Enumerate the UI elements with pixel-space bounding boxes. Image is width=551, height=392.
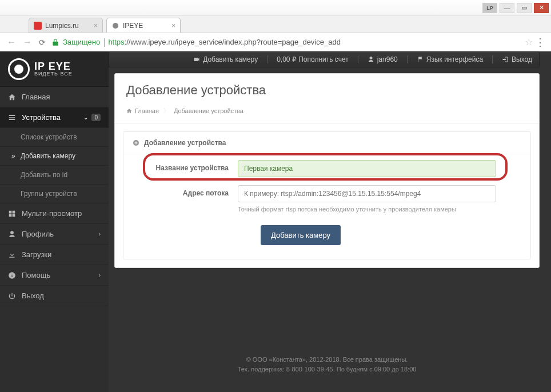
close-icon[interactable]: × xyxy=(90,22,98,30)
sidebar-item-multiview[interactable]: Мульти-просмотр xyxy=(0,203,109,224)
plus-circle-icon xyxy=(133,139,139,146)
chevron-right-icon: › xyxy=(99,272,101,278)
add-camera-button[interactable]: Добавить камеру xyxy=(261,225,341,245)
sidebar-sub-add-by-id[interactable]: Добавить по id xyxy=(0,166,109,185)
minimize-button[interactable]: — xyxy=(500,3,514,13)
sidebar-item-label: Загрузки xyxy=(22,250,51,259)
favicon-lumpics xyxy=(34,22,42,30)
browser-menu-icon[interactable]: ⋮ xyxy=(535,36,545,49)
logo-mark xyxy=(8,58,30,80)
devices-count-badge: 0 xyxy=(91,114,101,121)
form-row-device-name: Название устройства xyxy=(123,154,530,179)
grid-icon xyxy=(8,210,16,218)
svg-point-0 xyxy=(113,23,118,29)
sidebar-item-logout[interactable]: Выход xyxy=(0,286,109,306)
breadcrumb-current: Добавление устройства xyxy=(174,107,243,114)
sidebar-sub-device-list[interactable]: Список устройств xyxy=(0,128,109,147)
device-name-input[interactable] xyxy=(238,160,496,177)
browser-tabs: Lumpics.ru × IPEYE × xyxy=(0,16,551,33)
home-icon xyxy=(8,93,16,101)
info-icon xyxy=(8,271,16,279)
address-bar: ← → ⟳ Защищено | https://www.ipeye.ru/ip… xyxy=(0,33,551,51)
logo[interactable]: IP EYE ВИДЕТЬ ВСЕ xyxy=(0,51,109,87)
sidebar-item-home[interactable]: Главная xyxy=(0,87,109,107)
stream-address-input[interactable] xyxy=(238,185,496,202)
favicon-ipeye xyxy=(111,22,119,30)
maximize-button[interactable]: ▭ xyxy=(517,3,532,13)
content-panel: Добавление устройства Главная 〉 Добавлен… xyxy=(114,73,540,268)
sidebar-item-label: Профиль xyxy=(22,230,54,238)
bookmark-icon[interactable]: ☆ xyxy=(525,37,533,47)
tab-title: IPEYE xyxy=(123,22,143,30)
user-icon xyxy=(8,230,16,238)
chevron-right-icon: 〉 xyxy=(163,107,169,115)
form-panel: Добавление устройства Название устройств… xyxy=(123,131,531,259)
tab-ipeye[interactable]: IPEYE × xyxy=(106,18,181,33)
window-titlebar: LP — ▭ ✕ xyxy=(0,0,551,16)
page-title: Добавление устройства xyxy=(126,83,528,98)
main-content: Добавление устройства Главная 〉 Добавлен… xyxy=(109,51,551,392)
header-user[interactable]: jan960 xyxy=(368,55,398,63)
breadcrumb: Главная 〉 Добавление устройства xyxy=(115,102,539,123)
footer-copyright: © ООО «Константа», 2012-2018. Все права … xyxy=(114,355,540,365)
back-button[interactable]: ← xyxy=(7,37,16,47)
lock-icon xyxy=(51,38,59,46)
sidebar-sub-add-camera[interactable]: Добавить камеру xyxy=(0,147,109,166)
header-add-camera[interactable]: Добавить камеру xyxy=(193,55,258,63)
tab-lumpics[interactable]: Lumpics.ru × xyxy=(29,18,103,33)
sidebar-item-downloads[interactable]: Загрузки xyxy=(0,245,109,265)
user-icon xyxy=(368,56,374,63)
close-button[interactable]: ✕ xyxy=(534,3,549,13)
sidebar-item-label: Устройства xyxy=(22,113,61,122)
sidebar: IP EYE ВИДЕТЬ ВСЕ Главная Устройства ⌄ 0… xyxy=(0,51,109,392)
home-icon xyxy=(126,108,132,114)
sidebar-item-profile[interactable]: Профиль › xyxy=(0,224,109,245)
header-language[interactable]: Язык интерфейса xyxy=(417,55,483,63)
header-logout[interactable]: Выход xyxy=(502,55,532,63)
top-header: Добавить камеру 0,00 ₽ Пополнить счет ja… xyxy=(109,51,540,67)
footer: © ООО «Константа», 2012-2018. Все права … xyxy=(114,338,540,381)
sidebar-item-label: Выход xyxy=(22,291,44,300)
sidebar-sub-device-groups[interactable]: Группы устройств xyxy=(0,185,109,203)
header-balance[interactable]: 0,00 ₽ Пополнить счет xyxy=(277,55,349,63)
stream-hint: Точный формат rtsp потока необходимо уто… xyxy=(238,206,496,213)
list-icon xyxy=(8,114,16,122)
sidebar-item-label: Мульти-просмотр xyxy=(22,209,82,218)
footer-support: Тех. поддержка: 8-800-100-39-45. По будн… xyxy=(114,365,540,375)
video-camera-icon xyxy=(193,56,200,63)
url-display[interactable]: https://www.ipeye.ru/ipeye_service/index… xyxy=(108,38,341,46)
logout-icon xyxy=(502,56,509,63)
download-icon xyxy=(8,251,16,259)
form-title: Добавление устройства xyxy=(123,132,530,154)
reload-button[interactable]: ⟳ xyxy=(39,38,46,47)
forward-button[interactable]: → xyxy=(23,37,32,47)
chevron-down-icon: ⌄ xyxy=(83,114,88,121)
stream-address-label: Адрес потока xyxy=(146,185,238,197)
breadcrumb-home[interactable]: Главная xyxy=(135,107,159,114)
form-row-stream-address: Адрес потока Точный формат rtsp потока н… xyxy=(123,179,530,215)
lp-badge: LP xyxy=(482,3,497,13)
device-name-label: Название устройства xyxy=(146,160,238,172)
sidebar-item-label: Помощь xyxy=(22,271,50,279)
tab-title: Lumpics.ru xyxy=(45,22,79,30)
form-actions: Добавить камеру xyxy=(123,225,530,245)
flag-icon xyxy=(417,56,424,63)
power-icon xyxy=(8,292,16,300)
close-icon[interactable]: × xyxy=(168,22,175,30)
secure-label: Защищено xyxy=(63,38,100,46)
sidebar-item-label: Главная xyxy=(22,93,50,101)
sidebar-item-help[interactable]: Помощь › xyxy=(0,265,109,286)
chevron-right-icon: › xyxy=(99,231,101,237)
page-header: Добавление устройства xyxy=(115,74,539,102)
sidebar-item-devices[interactable]: Устройства ⌄ 0 xyxy=(0,107,109,128)
